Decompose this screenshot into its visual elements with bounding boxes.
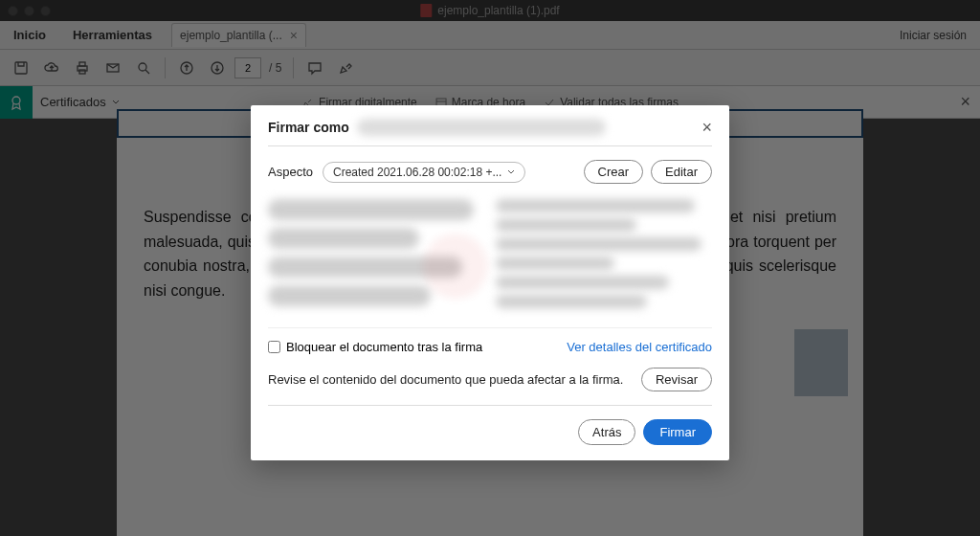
dialog-footer: Atrás Firmar	[268, 406, 712, 445]
back-button[interactable]: Atrás	[578, 419, 635, 445]
edit-button[interactable]: Editar	[651, 160, 712, 184]
appearance-select[interactable]: Created 2021.06.28 00:02:18 +...	[323, 162, 525, 183]
lock-label: Bloquear el documento tras la firma	[286, 340, 482, 354]
redacted-line	[496, 295, 647, 308]
redacted-line	[268, 285, 431, 306]
redacted-line	[268, 199, 474, 220]
redacted-identity	[357, 119, 606, 136]
stamp-icon	[417, 228, 494, 304]
preview-details-block	[496, 199, 712, 314]
close-dialog-icon[interactable]: ×	[702, 119, 712, 136]
redacted-line	[496, 199, 695, 212]
appearance-row: Aspecto Created 2021.06.28 00:02:18 +...…	[268, 146, 712, 195]
appearance-value: Created 2021.06.28 00:02:18 +...	[333, 166, 501, 179]
appearance-label: Aspecto	[268, 165, 313, 179]
redacted-line	[496, 276, 669, 289]
redacted-line	[496, 257, 614, 270]
preview-name-block	[268, 199, 484, 314]
redacted-line	[496, 218, 636, 232]
dialog-title: Firmar como	[268, 120, 349, 135]
sign-button[interactable]: Firmar	[643, 419, 712, 445]
create-button[interactable]: Crear	[584, 160, 644, 184]
review-text: Revise el contenido del documento que pu…	[268, 372, 623, 387]
redacted-line	[268, 228, 419, 249]
review-button[interactable]: Revisar	[641, 368, 712, 391]
lock-row: Bloquear el documento tras la firma Ver …	[268, 328, 712, 360]
dialog-header: Firmar como ×	[268, 119, 712, 146]
signature-preview	[268, 195, 712, 328]
sign-as-dialog: Firmar como × Aspecto Created 2021.06.28…	[251, 105, 729, 460]
chevron-down-icon	[507, 168, 515, 176]
redacted-line	[496, 237, 702, 251]
review-row: Revise el contenido del documento que pu…	[268, 360, 712, 406]
view-certificate-link[interactable]: Ver detalles del certificado	[567, 340, 712, 354]
lock-checkbox[interactable]	[268, 341, 280, 353]
